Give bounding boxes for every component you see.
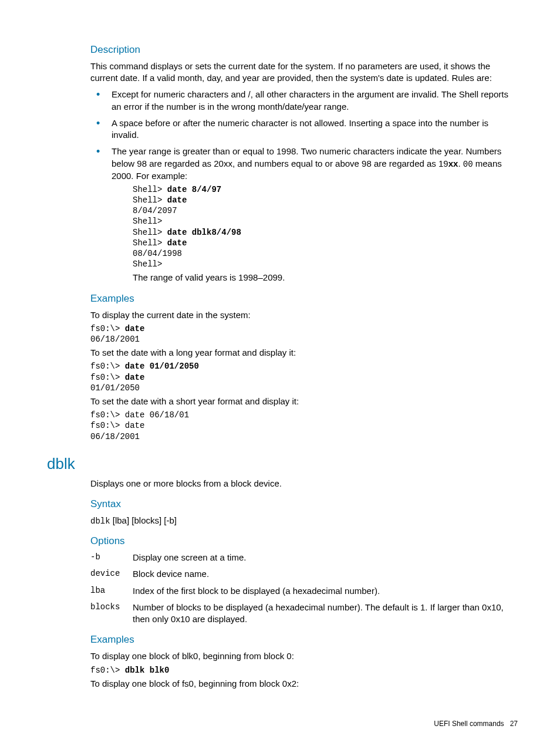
code-block: fs0:\> date 06/18/01 fs0:\> date 06/18/2… bbox=[90, 410, 518, 442]
option-key: lba bbox=[90, 585, 133, 597]
dblk-section-title: dblk bbox=[47, 454, 518, 474]
rules-list: Except for numeric characters and /, all… bbox=[90, 89, 518, 283]
options-heading: Options bbox=[90, 535, 518, 548]
example-text: To set the date with a long year format … bbox=[90, 347, 518, 359]
code-block: fs0:\> dblk blk0 bbox=[90, 665, 518, 676]
examples-heading: Examples bbox=[90, 633, 518, 647]
option-desc: Index of the first block to be displayed… bbox=[133, 585, 518, 597]
examples-heading: Examples bbox=[90, 292, 518, 306]
description-heading: Description bbox=[90, 43, 518, 57]
dblk-summary: Displays one or more blocks from a block… bbox=[90, 478, 518, 490]
code-block: fs0:\> date 06/18/2001 bbox=[90, 323, 518, 345]
syntax-heading: Syntax bbox=[90, 498, 518, 511]
option-key: blocks bbox=[90, 602, 133, 626]
rule-item: A space before or after the numeric char… bbox=[90, 117, 518, 141]
description-intro: This command displays or sets the curren… bbox=[90, 60, 518, 85]
option-key: device bbox=[90, 568, 133, 580]
option-key: -b bbox=[90, 552, 133, 563]
option-desc: Block device name. bbox=[133, 568, 518, 580]
code-block: Shell> date 8/4/97 Shell> date 8/04/2097… bbox=[133, 184, 518, 270]
rule-item: Except for numeric characters and /, all… bbox=[90, 89, 518, 113]
example-text: To display the current date in the syste… bbox=[90, 309, 518, 321]
option-desc: Display one screen at a time. bbox=[133, 552, 518, 563]
page-footer: UEFI Shell commands 27 bbox=[47, 719, 518, 728]
rule-text: The year range is greater than or equal … bbox=[112, 146, 501, 168]
syntax-line: dblk [lba] [blocks] [-b] bbox=[90, 515, 518, 526]
rule-text: . bbox=[458, 158, 463, 168]
example-text: To set the date with a short year format… bbox=[90, 396, 518, 407]
rule-code: 00 bbox=[463, 160, 473, 169]
option-desc: Number of blocks to be displayed (a hexa… bbox=[133, 602, 518, 626]
rule-item: The year range is greater than or equal … bbox=[90, 146, 518, 283]
example-text: To display one block of fs0, beginning f… bbox=[90, 678, 518, 690]
footer-label: UEFI Shell commands bbox=[434, 720, 504, 728]
page-number: 27 bbox=[510, 720, 518, 728]
example-text: To display one block of blk0, beginning … bbox=[90, 650, 518, 662]
code-block: fs0:\> date 01/01/2050 fs0:\> date 01/01… bbox=[90, 361, 518, 393]
options-table: -b Display one screen at a time. device … bbox=[90, 552, 518, 625]
range-note: The range of valid years is 1998–2099. bbox=[133, 272, 518, 283]
rule-bold: xx bbox=[448, 158, 458, 168]
